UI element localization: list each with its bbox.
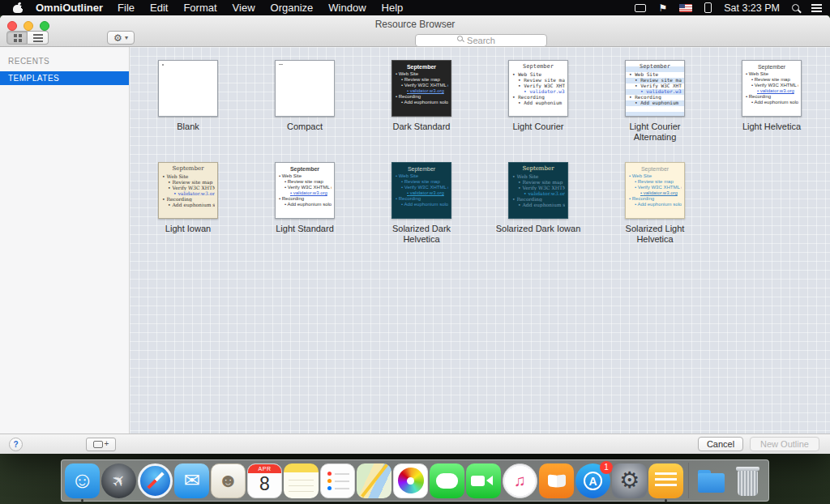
dock-downloads-folder-icon[interactable] [694, 463, 729, 498]
dock-maps-icon[interactable] [357, 463, 391, 498]
preview-line: Web Site [278, 173, 332, 179]
preview-title: September [278, 165, 332, 173]
preview-line: Verify W3C XHTML compliance [395, 83, 448, 88]
preview-line: Verify W3C XHTML compliance [161, 185, 215, 190]
template-thumbnail[interactable]: September Web SiteReview site mapVerify … [625, 60, 685, 117]
preview-line: Review site map [395, 179, 448, 185]
dock-trash-icon[interactable] [730, 463, 765, 498]
preview-line: Web Site [628, 173, 682, 179]
preview-line: Recording [278, 196, 332, 202]
menu-clock[interactable]: Sat 3:23 PM [724, 2, 780, 14]
preview-line: Add euphonium solo to the bridge [745, 100, 798, 105]
dock-reminders-icon[interactable] [320, 463, 355, 498]
app-store-glyph: A [584, 472, 602, 490]
preview-lines: Web SiteReview site mapVerify W3C XHTML … [511, 173, 565, 207]
dock-mail-icon[interactable]: ✉ [174, 463, 209, 498]
list-view-button[interactable] [28, 31, 49, 45]
dock-finder-icon[interactable]: ☺ [65, 463, 100, 498]
menu-app-name[interactable]: OmniOutliner [36, 2, 103, 14]
menu-edit[interactable]: Edit [150, 2, 168, 14]
sidebar-item-templates[interactable]: TEMPLATES [0, 71, 129, 85]
system-preferences-glyph: ⚙ [619, 469, 640, 492]
preview-line: validator.w3.org [745, 88, 798, 94]
view-mode-segmented-control [6, 31, 49, 45]
preview-line: Recording [511, 196, 565, 202]
dock-notes-icon[interactable] [284, 463, 319, 498]
preview-lines: Web SiteReview site mapVerify W3C XHTML … [395, 173, 448, 207]
menu-format[interactable]: Format [183, 2, 216, 14]
preview-line: Recording [745, 94, 798, 100]
grid-view-button[interactable] [6, 31, 28, 45]
template-thumbnail[interactable]: September Web SiteReview site mapVerify … [742, 60, 802, 117]
dock-omnioutliner-icon[interactable] [648, 463, 683, 498]
preview-line: Review site map [511, 179, 565, 185]
dock-ibooks-icon[interactable] [539, 463, 574, 498]
menu-view[interactable]: View [233, 2, 255, 14]
dock-messages-icon[interactable] [430, 463, 464, 498]
template-item[interactable]: September Web SiteReview site mapVerify … [158, 60, 218, 143]
flag-icon[interactable]: ⚑ [658, 3, 667, 13]
menu-window[interactable]: Window [328, 2, 366, 14]
template-thumbnail[interactable]: September Web SiteReview site mapVerify … [508, 60, 568, 117]
action-gear-button[interactable]: ⚙ ▾ [107, 31, 135, 45]
plus-icon: + [105, 440, 109, 448]
template-item[interactable]: September Web SiteReview site mapVerify … [275, 162, 335, 245]
menu-help[interactable]: Help [382, 2, 404, 14]
notification-center-icon[interactable] [811, 3, 822, 12]
template-item[interactable]: September Web SiteReview site mapVerify … [496, 162, 581, 245]
template-item[interactable]: September Web SiteReview site mapVerify … [610, 162, 700, 245]
dock-app-store-icon[interactable]: A1 [575, 463, 610, 498]
cancel-button[interactable]: Cancel [698, 437, 743, 451]
dock-calendar-icon[interactable]: APR8 [247, 463, 282, 498]
preview-lines: Web SiteReview site mapVerify W3C XHTML … [395, 71, 448, 105]
template-thumbnail[interactable]: September Web SiteReview site mapVerify … [275, 60, 335, 117]
us-flag-icon[interactable] [679, 4, 692, 12]
template-thumbnail[interactable]: September Web SiteReview site mapVerify … [508, 162, 568, 219]
spotlight-icon[interactable] [792, 4, 799, 11]
template-item[interactable]: September Web SiteReview site mapVerify … [158, 162, 218, 245]
menu-organize[interactable]: Organize [271, 2, 314, 14]
preview-line: Add euphonium solo to the bridge [511, 202, 565, 207]
dock-contacts-icon[interactable]: ☻ [211, 463, 246, 498]
template-thumbnail[interactable]: September Web SiteReview site mapVerify … [158, 162, 218, 219]
menu-file[interactable]: File [118, 2, 135, 14]
dock-launchpad-icon[interactable]: ✈ [101, 463, 136, 498]
preview-line: Review site map [628, 77, 682, 83]
add-template-button[interactable]: + [86, 438, 116, 451]
device-icon[interactable] [704, 2, 712, 13]
template-name: Solarized Dark Iowan [496, 224, 581, 234]
sidebar-item-recents[interactable]: RECENTS [0, 47, 129, 71]
zoom-button[interactable] [40, 21, 49, 31]
dock-safari-icon[interactable] [138, 463, 173, 498]
preview-lines: Web SiteReview site mapVerify W3C XHTML … [628, 71, 682, 105]
menu-bar-status: ⚑ Sat 3:23 PM [635, 2, 822, 14]
close-button[interactable] [7, 21, 17, 31]
display-icon[interactable] [635, 4, 646, 12]
template-thumbnail[interactable]: September Web SiteReview site mapVerify … [158, 60, 218, 117]
preview-line: Verify W3C XHTML compliance [511, 185, 565, 190]
dock-system-preferences-icon[interactable]: ⚙ [612, 463, 647, 498]
template-item[interactable]: September Web SiteReview site mapVerify … [376, 162, 467, 245]
template-thumbnail[interactable]: September Web SiteReview site mapVerify … [391, 162, 451, 219]
template-item[interactable]: September Web SiteReview site mapVerify … [610, 60, 700, 143]
template-item[interactable]: September Web SiteReview site mapVerify … [275, 60, 335, 143]
template-item[interactable]: September Web SiteReview site mapVerify … [508, 60, 568, 143]
template-item[interactable]: September Web SiteReview site mapVerify … [742, 60, 802, 143]
new-outline-button[interactable]: New Outline [750, 437, 819, 451]
template-item[interactable]: September Web SiteReview site mapVerify … [391, 60, 451, 143]
template-thumbnail[interactable]: September Web SiteReview site mapVerify … [625, 162, 685, 219]
apple-icon[interactable] [13, 2, 23, 13]
dock-photos-icon[interactable] [393, 463, 428, 498]
dock-itunes-icon[interactable]: ♫ [503, 463, 537, 498]
preview-line: validator.w3.org [395, 88, 448, 94]
search-input[interactable] [415, 34, 547, 47]
template-name: Light Courier [513, 122, 564, 132]
dock-facetime-icon[interactable] [466, 463, 501, 498]
preview-line: Verify W3C XHTML compliance [395, 185, 448, 190]
contacts-glyph: ☻ [218, 471, 238, 490]
minimize-button[interactable] [24, 21, 33, 31]
sidebar: RECENTS TEMPLATES [0, 47, 130, 434]
help-button[interactable]: ? [9, 438, 23, 451]
template-thumbnail[interactable]: September Web SiteReview site mapVerify … [275, 162, 335, 219]
template-thumbnail[interactable]: September Web SiteReview site mapVerify … [391, 60, 451, 117]
